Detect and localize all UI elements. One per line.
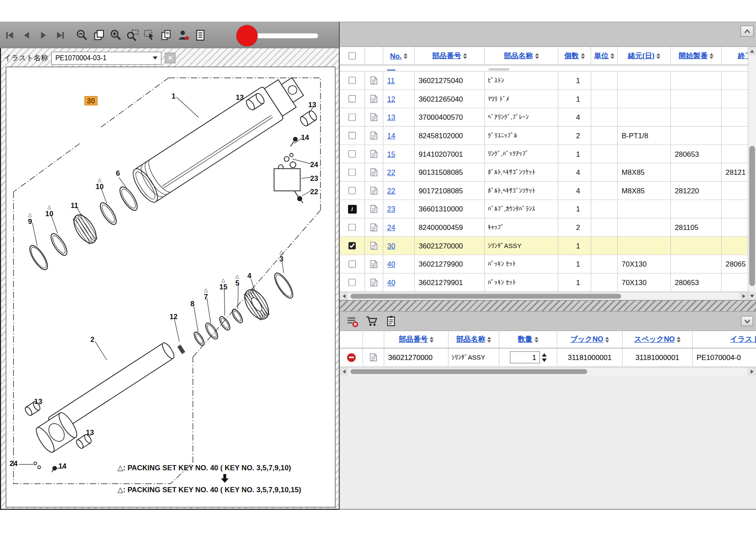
callout-2[interactable]: 2 (90, 336, 94, 343)
scroll-left-button[interactable] (340, 292, 348, 300)
first-illustration-button[interactable] (2, 27, 17, 43)
callout-22[interactable]: 22 (310, 188, 318, 195)
horizontal-scroll-thumb[interactable] (351, 369, 588, 374)
key-no-link[interactable]: 13 (387, 113, 395, 121)
row-checkbox[interactable] (348, 77, 356, 84)
parts-table-vertical-scrollbar[interactable] (748, 47, 756, 300)
illustration[interactable]: △: PACKING SET KEY NO. 40 ( KEY NO. 3,5,… (6, 67, 335, 507)
callout-30[interactable]: 30 (84, 96, 97, 105)
header-part-number[interactable]: 部品番号 (415, 47, 485, 65)
row-checkbox[interactable] (348, 279, 356, 286)
panel-splitter[interactable] (340, 300, 756, 312)
scroll-down-button[interactable] (748, 292, 756, 300)
key-no-link[interactable]: 23 (387, 205, 395, 213)
header-illustration-no[interactable]: イラスト番号 (693, 331, 756, 348)
row-checkbox[interactable] (348, 114, 356, 121)
note-icon[interactable] (370, 95, 378, 103)
close-select-button[interactable]: × (165, 53, 176, 63)
scroll-right-button[interactable] (748, 368, 756, 376)
copy-window-button[interactable] (91, 27, 106, 43)
key-no-link[interactable]: 40 (387, 260, 395, 268)
callout-10[interactable]: △10 (45, 205, 53, 217)
note-icon[interactable] (370, 242, 378, 250)
clear-selection-button[interactable] (345, 313, 360, 329)
zoom-out-button[interactable] (75, 27, 90, 43)
parts-table-horizontal-scrollbar[interactable] (340, 292, 748, 300)
key-no-link[interactable]: 12 (387, 95, 395, 103)
callout-10[interactable]: △10 (96, 177, 104, 190)
header-unit[interactable]: 単位 (591, 47, 618, 65)
next-illustration-button[interactable] (36, 27, 51, 43)
callout-13[interactable]: 13 (308, 101, 317, 109)
export-list-button[interactable] (383, 313, 398, 329)
note-icon[interactable] (370, 278, 378, 286)
note-icon[interactable] (370, 150, 378, 158)
callout-6[interactable]: 6 (116, 170, 120, 177)
remove-item-icon[interactable] (347, 353, 355, 362)
note-icon[interactable] (370, 186, 378, 195)
key-no-link[interactable]: 24 (387, 223, 395, 231)
note-icon[interactable] (370, 76, 378, 84)
scroll-left-button[interactable] (340, 368, 348, 376)
header-no[interactable]: No. (383, 47, 415, 65)
zoom-slider-knob[interactable] (236, 25, 258, 46)
vertical-scroll-thumb[interactable] (749, 146, 755, 286)
illustration-name-select[interactable]: PE1070004-03-1 (51, 52, 162, 65)
collapse-panel-button[interactable] (740, 25, 753, 37)
scroll-up-button[interactable] (748, 47, 756, 55)
row-checkbox[interactable] (348, 187, 356, 194)
info-icon[interactable]: i (348, 205, 356, 213)
collapse-selection-button[interactable] (741, 316, 753, 326)
parts-list-button[interactable] (193, 27, 208, 43)
note-icon[interactable] (370, 260, 378, 268)
selection-horizontal-scrollbar[interactable] (340, 367, 756, 376)
zoom-in-button[interactable] (108, 27, 123, 43)
zoom-area-button[interactable] (125, 27, 140, 43)
callout-13[interactable]: 13 (86, 428, 94, 436)
header-end-serial[interactable]: 終了製番 (722, 47, 748, 65)
callout-12[interactable]: 12 (169, 313, 177, 320)
callout-13[interactable]: 13 (34, 397, 42, 405)
scroll-right-button[interactable] (740, 292, 748, 300)
key-no-link[interactable]: 14 (387, 131, 395, 140)
header-part-name[interactable]: 部品名称 (448, 331, 499, 348)
key-no-link[interactable]: 11 (387, 76, 395, 84)
select-parts-button[interactable] (142, 27, 157, 43)
callout-4[interactable]: 4 (247, 272, 251, 279)
header-quantity[interactable]: 数量 (499, 331, 557, 348)
callout-5[interactable]: △5 (235, 274, 239, 286)
callout-9[interactable]: △9 (28, 212, 32, 225)
header-book-no[interactable]: ブックNO (557, 331, 622, 348)
row-checkbox[interactable] (348, 224, 356, 231)
callout-14[interactable]: 14 (58, 463, 66, 470)
key-no-link[interactable]: 15 (387, 150, 395, 158)
callout-11[interactable]: 11 (71, 202, 78, 209)
note-icon[interactable] (370, 113, 378, 121)
row-checkbox[interactable] (348, 150, 356, 158)
note-icon[interactable] (370, 223, 378, 231)
select-all-checkbox[interactable] (348, 52, 356, 59)
copy-pages-button[interactable] (159, 27, 174, 43)
stepper-up-icon[interactable] (541, 353, 546, 357)
callout-23[interactable]: 23 (310, 174, 318, 182)
quantity-input[interactable] (510, 351, 540, 363)
callout-24[interactable]: 24 (9, 459, 18, 467)
cart-button[interactable] (364, 313, 379, 329)
callout-14[interactable]: 14 (301, 134, 309, 141)
row-checkbox[interactable] (348, 132, 356, 139)
note-icon[interactable] (370, 205, 378, 213)
key-no-link[interactable]: 22 (387, 168, 395, 176)
horizontal-scroll-thumb[interactable] (351, 294, 621, 298)
header-spec[interactable]: 緒元(日) (618, 47, 671, 65)
note-icon[interactable] (370, 131, 378, 140)
stepper-down-icon[interactable] (541, 358, 546, 362)
header-start-serial[interactable]: 開始製番 (671, 47, 722, 65)
header-part-number[interactable]: 部品番号 (384, 331, 448, 348)
callout-3[interactable]: △3 (279, 250, 283, 262)
note-icon[interactable] (370, 353, 377, 361)
header-part-name[interactable]: 部品名称 (485, 47, 558, 65)
callout-15[interactable]: △15 (219, 278, 227, 290)
note-icon[interactable] (370, 168, 378, 176)
zoom-slider[interactable] (238, 33, 318, 38)
callout-8[interactable]: 8 (190, 300, 194, 307)
